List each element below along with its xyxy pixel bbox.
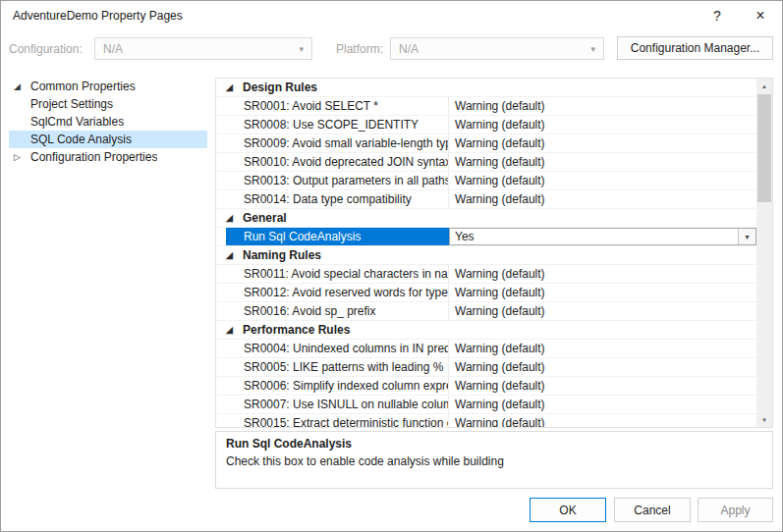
property-value[interactable]: Warning (default) xyxy=(449,116,756,133)
property-name[interactable]: SR0010: Avoid deprecated JOIN syntax xyxy=(226,153,449,171)
property-row[interactable]: SR0004: Unindexed columns in IN predicWa… xyxy=(216,340,756,358)
property-value[interactable]: Warning (default) xyxy=(449,153,756,171)
tree-expanded-icon[interactable]: ◢ xyxy=(14,81,30,91)
property-grid: ◢Design RulesSR0001: Avoid SELECT *Warni… xyxy=(215,78,773,428)
row-gutter xyxy=(216,396,226,413)
apply-button[interactable]: Apply xyxy=(698,498,773,522)
property-row[interactable]: Run Sql CodeAnalysisYes▾ xyxy=(216,228,756,246)
property-value[interactable]: Warning (default) xyxy=(449,172,756,189)
property-value[interactable]: Warning (default) xyxy=(449,284,756,301)
tree-item-configuration-properties[interactable]: ▷Configuration Properties xyxy=(9,148,207,166)
property-row[interactable]: SR0011: Avoid special characters in namW… xyxy=(216,265,756,284)
section-expanded-icon[interactable]: ◢ xyxy=(226,325,243,335)
section-header-naming-rules[interactable]: ◢Naming Rules xyxy=(216,246,756,265)
property-row[interactable]: SR0012: Avoid reserved words for type nW… xyxy=(216,284,756,302)
section-title: Performance Rules xyxy=(243,323,350,337)
chevron-down-icon: ▾ xyxy=(299,44,304,54)
property-value[interactable]: Warning (default) xyxy=(449,97,756,115)
close-button[interactable]: × xyxy=(739,1,782,30)
ok-button[interactable]: OK xyxy=(530,498,606,522)
scroll-down-icon[interactable]: ▼ xyxy=(756,412,772,427)
vertical-scrollbar[interactable]: ▲ ▼ xyxy=(756,79,772,427)
property-row[interactable]: SR0016: Avoid sp_ prefixWarning (default… xyxy=(216,302,756,321)
help-button[interactable]: ? xyxy=(696,1,739,30)
tree-item-sql-code-analysis[interactable]: SQL Code Analysis xyxy=(9,131,207,148)
section-expanded-icon[interactable]: ◢ xyxy=(226,250,243,260)
value-dropdown-button[interactable]: ▾ xyxy=(738,229,755,244)
section-header-performance-rules[interactable]: ◢Performance Rules xyxy=(216,321,756,340)
configuration-dropdown[interactable]: N/A ▾ xyxy=(94,37,312,60)
tree-item-common-properties[interactable]: ◢Common Properties xyxy=(9,78,207,95)
property-name[interactable]: SR0015: Extract deterministic function c… xyxy=(226,414,449,428)
property-name[interactable]: SR0013: Output parameters in all paths xyxy=(226,172,449,189)
row-gutter xyxy=(216,414,226,428)
property-value[interactable]: Warning (default) xyxy=(449,265,756,283)
property-name[interactable]: Run Sql CodeAnalysis xyxy=(226,228,449,245)
property-row[interactable]: SR0015: Extract deterministic function c… xyxy=(216,414,756,428)
property-name[interactable]: SR0014: Data type compatibility xyxy=(226,190,449,208)
properties-tree: ◢Common PropertiesProject SettingsSqlCmd… xyxy=(9,78,207,166)
platform-value: N/A xyxy=(399,42,419,56)
property-value[interactable]: Warning (default) xyxy=(449,358,756,376)
property-name[interactable]: SR0008: Use SCOPE_IDENTITY xyxy=(226,116,449,133)
property-name[interactable]: SR0016: Avoid sp_ prefix xyxy=(226,302,449,320)
property-row[interactable]: SR0008: Use SCOPE_IDENTITYWarning (defau… xyxy=(216,116,756,134)
configuration-value: N/A xyxy=(103,42,123,56)
property-value[interactable]: Yes▾ xyxy=(449,228,756,245)
property-pages-dialog: AdventureDemo Property Pages ? × Configu… xyxy=(0,0,783,532)
property-row[interactable]: SR0007: Use ISNULL on nullable columnWar… xyxy=(216,396,756,414)
property-row[interactable]: SR0010: Avoid deprecated JOIN syntaxWarn… xyxy=(216,153,756,172)
platform-label: Platform: xyxy=(336,42,383,56)
property-name[interactable]: SR0007: Use ISNULL on nullable column xyxy=(226,396,449,413)
scroll-up-icon[interactable]: ▲ xyxy=(756,79,772,93)
property-name[interactable]: SR0011: Avoid special characters in nam xyxy=(226,265,449,283)
property-name[interactable]: SR0009: Avoid small variable-length typ xyxy=(226,134,449,152)
property-row[interactable]: SR0014: Data type compatibilityWarning (… xyxy=(216,190,756,209)
property-name[interactable]: SR0012: Avoid reserved words for type n xyxy=(226,284,449,301)
row-gutter xyxy=(216,190,226,208)
property-name[interactable]: SR0005: LIKE patterns with leading % xyxy=(226,358,449,376)
property-value[interactable]: Warning (default) xyxy=(449,396,756,413)
configuration-manager-button[interactable]: Configuration Manager... xyxy=(617,36,773,60)
description-panel: Run Sql CodeAnalysis Check this box to e… xyxy=(215,431,773,489)
platform-dropdown[interactable]: N/A ▾ xyxy=(390,37,604,60)
tree-item-label: Project Settings xyxy=(30,97,113,111)
section-title: Naming Rules xyxy=(243,248,321,262)
property-name[interactable]: SR0001: Avoid SELECT * xyxy=(226,97,449,115)
property-row[interactable]: SR0005: LIKE patterns with leading %Warn… xyxy=(216,358,756,377)
property-value[interactable]: Warning (default) xyxy=(449,377,756,395)
property-value[interactable]: Warning (default) xyxy=(449,134,756,152)
property-value[interactable]: Warning (default) xyxy=(449,414,756,428)
row-gutter xyxy=(216,172,226,189)
description-text: Check this box to enable code analysis w… xyxy=(226,454,762,468)
section-title: Design Rules xyxy=(243,80,317,94)
scrollbar-thumb[interactable] xyxy=(757,94,771,202)
property-value[interactable]: Warning (default) xyxy=(449,302,756,320)
section-expanded-icon[interactable]: ◢ xyxy=(226,82,243,92)
tree-item-project-settings[interactable]: Project Settings xyxy=(9,95,207,113)
property-row[interactable]: SR0009: Avoid small variable-length typW… xyxy=(216,134,756,153)
description-title: Run Sql CodeAnalysis xyxy=(226,437,762,451)
tree-item-label: SQL Code Analysis xyxy=(30,133,132,146)
property-name[interactable]: SR0004: Unindexed columns in IN predic xyxy=(226,340,449,357)
section-expanded-icon[interactable]: ◢ xyxy=(226,213,243,223)
row-gutter xyxy=(216,340,226,357)
property-row[interactable]: SR0013: Output parameters in all pathsWa… xyxy=(216,172,756,190)
chevron-down-icon: ▾ xyxy=(590,44,595,54)
row-gutter xyxy=(216,153,226,171)
property-row[interactable]: SR0001: Avoid SELECT *Warning (default) xyxy=(216,97,756,116)
section-header-general[interactable]: ◢General xyxy=(216,209,756,228)
tree-collapsed-icon[interactable]: ▷ xyxy=(14,152,30,162)
row-gutter xyxy=(216,302,226,320)
property-value[interactable]: Warning (default) xyxy=(449,190,756,208)
tree-item-sqlcmd-variables[interactable]: SqlCmd Variables xyxy=(9,113,207,131)
row-gutter xyxy=(216,134,226,152)
property-value[interactable]: Warning (default) xyxy=(449,340,756,357)
cancel-button[interactable]: Cancel xyxy=(614,498,691,522)
row-gutter xyxy=(216,265,226,283)
property-value-text: Yes xyxy=(450,230,475,243)
property-row[interactable]: SR0006: Simplify indexed column expresWa… xyxy=(216,377,756,396)
property-name[interactable]: SR0006: Simplify indexed column expres xyxy=(226,377,449,395)
section-header-design-rules[interactable]: ◢Design Rules xyxy=(216,79,756,97)
section-title: General xyxy=(243,211,287,225)
